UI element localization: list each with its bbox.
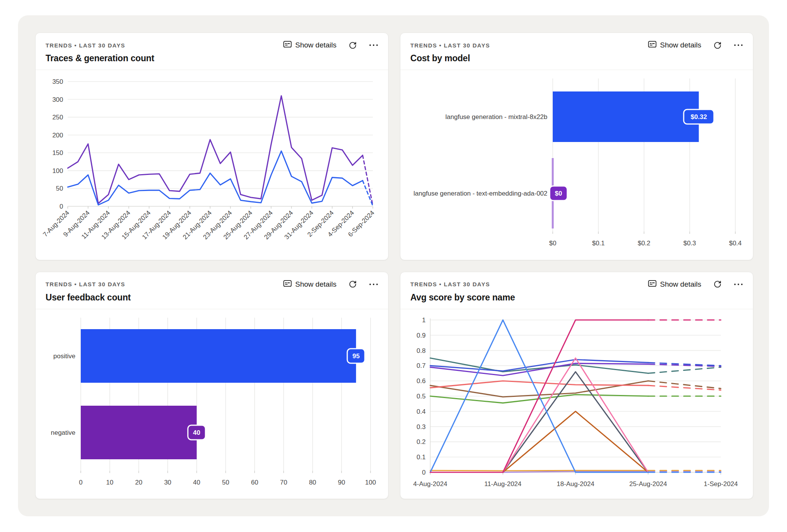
- svg-text:$0.2: $0.2: [638, 240, 650, 247]
- avg-score-line-chart[interactable]: 00.10.20.30.40.50.60.70.80.914-Aug-20241…: [410, 312, 743, 495]
- svg-text:0: 0: [60, 203, 63, 210]
- svg-text:0.5: 0.5: [416, 393, 426, 400]
- show-details-button[interactable]: Show details: [283, 41, 336, 50]
- card-avg-score-by-name: TRENDS • LAST 30 DAYS Show details: [400, 272, 753, 499]
- svg-text:1-Sep-2024: 1-Sep-2024: [704, 480, 738, 488]
- more-options-button[interactable]: [734, 283, 743, 286]
- cost-by-model-chart-svg[interactable]: $0$0.1$0.2$0.3$0.4langfuse generation - …: [410, 73, 743, 253]
- svg-text:$0.1: $0.1: [592, 240, 605, 247]
- svg-text:50: 50: [222, 479, 229, 486]
- svg-text:10: 10: [106, 479, 113, 486]
- card-user-feedback-count: TRENDS • LAST 30 DAYS Show details: [35, 272, 389, 499]
- card-header: TRENDS • LAST 30 DAYS Show details: [36, 280, 388, 309]
- show-details-button[interactable]: Show details: [648, 280, 701, 289]
- svg-text:80: 80: [309, 479, 316, 486]
- svg-text:4-Aug-2024: 4-Aug-2024: [413, 480, 447, 488]
- svg-text:300: 300: [52, 96, 63, 103]
- svg-text:$0.32: $0.32: [691, 113, 707, 121]
- svg-text:70: 70: [280, 479, 287, 486]
- svg-text:0: 0: [422, 469, 426, 476]
- more-options-button[interactable]: [734, 44, 743, 46]
- show-details-label: Show details: [295, 280, 336, 289]
- svg-text:negative: negative: [51, 429, 75, 436]
- svg-text:0.7: 0.7: [416, 362, 426, 369]
- card-title: Cost by model: [410, 53, 743, 64]
- svg-text:$0: $0: [555, 190, 562, 197]
- svg-text:350: 350: [52, 78, 63, 85]
- more-options-button[interactable]: [369, 44, 378, 46]
- svg-text:0.2: 0.2: [416, 438, 426, 446]
- details-icon: [283, 280, 292, 289]
- traces-generation-line-chart[interactable]: 0501001502002503003507-Aug-20249-Aug-202…: [46, 73, 378, 256]
- svg-text:0.9: 0.9: [416, 331, 426, 339]
- user-feedback-bar-chart[interactable]: 0102030405060708090100positive95negative…: [46, 312, 378, 495]
- svg-text:0.4: 0.4: [416, 408, 426, 415]
- svg-text:0.8: 0.8: [416, 347, 426, 354]
- svg-text:20: 20: [135, 479, 142, 486]
- show-details-label: Show details: [295, 41, 336, 49]
- svg-text:0.6: 0.6: [416, 377, 426, 385]
- card-traces-generation-count: TRENDS • LAST 30 DAYS Show details: [35, 33, 389, 260]
- card-title: Traces & generation count: [46, 53, 378, 64]
- details-icon: [283, 41, 292, 50]
- svg-text:25-Aug-2024: 25-Aug-2024: [629, 480, 667, 488]
- svg-text:18-Aug-2024: 18-Aug-2024: [557, 480, 594, 488]
- refresh-button[interactable]: [349, 280, 357, 288]
- show-details-button[interactable]: Show details: [648, 41, 701, 50]
- svg-text:11-Aug-2024: 11-Aug-2024: [484, 480, 521, 488]
- svg-text:40: 40: [193, 429, 200, 436]
- card-eyebrow: TRENDS • LAST 30 DAYS: [410, 42, 490, 49]
- card-eyebrow: TRENDS • LAST 30 DAYS: [46, 42, 125, 49]
- details-icon: [648, 41, 656, 50]
- svg-text:100: 100: [365, 479, 376, 486]
- svg-text:langfuse generation - text-emb: langfuse generation - text-embedding-ada…: [413, 190, 547, 197]
- card-header: TRENDS • LAST 30 DAYS Show details: [400, 41, 753, 70]
- refresh-button[interactable]: [714, 280, 722, 288]
- svg-text:30: 30: [164, 479, 171, 486]
- card-header: TRENDS • LAST 30 DAYS Show details: [36, 41, 388, 70]
- card-eyebrow: TRENDS • LAST 30 DAYS: [46, 281, 125, 287]
- svg-text:250: 250: [52, 114, 63, 121]
- svg-text:90: 90: [338, 479, 345, 486]
- user-feedback-chart-svg[interactable]: 0102030405060708090100positive95negative…: [46, 312, 378, 492]
- refresh-button[interactable]: [714, 41, 722, 49]
- svg-text:0: 0: [79, 479, 82, 486]
- svg-text:langfuse generation - mixtral-: langfuse generation - mixtral-8x22b: [446, 113, 547, 121]
- card-title: User feedback count: [46, 292, 378, 303]
- dashboard-panel: TRENDS • LAST 30 DAYS Show details: [18, 15, 769, 516]
- avg-score-chart-svg[interactable]: 00.10.20.30.40.50.60.70.80.914-Aug-20241…: [410, 312, 743, 492]
- svg-text:150: 150: [52, 149, 63, 157]
- show-details-label: Show details: [660, 41, 701, 49]
- card-header: TRENDS • LAST 30 DAYS Show details: [400, 280, 753, 309]
- svg-text:$0.4: $0.4: [729, 240, 741, 247]
- svg-text:100: 100: [52, 167, 63, 175]
- cost-by-model-bar-chart[interactable]: $0$0.1$0.2$0.3$0.4langfuse generation - …: [410, 73, 743, 256]
- svg-text:40: 40: [193, 479, 200, 486]
- card-title: Avg score by score name: [410, 292, 743, 303]
- svg-text:0.3: 0.3: [416, 423, 426, 430]
- svg-text:60: 60: [251, 479, 258, 486]
- show-details-button[interactable]: Show details: [283, 280, 336, 289]
- card-cost-by-model: TRENDS • LAST 30 DAYS Show details: [400, 33, 753, 260]
- card-eyebrow: TRENDS • LAST 30 DAYS: [410, 281, 490, 287]
- svg-text:200: 200: [52, 132, 63, 139]
- svg-text:50: 50: [56, 185, 63, 192]
- details-icon: [648, 280, 656, 289]
- more-options-button[interactable]: [369, 283, 378, 286]
- refresh-button[interactable]: [349, 41, 357, 49]
- svg-text:95: 95: [353, 352, 360, 360]
- svg-text:$0: $0: [549, 240, 557, 247]
- show-details-label: Show details: [660, 280, 701, 289]
- svg-text:1: 1: [422, 317, 426, 324]
- svg-text:0.1: 0.1: [416, 454, 426, 461]
- traces-generation-chart-svg[interactable]: 0501001502002503003507-Aug-20249-Aug-202…: [46, 73, 378, 253]
- svg-text:$0.3: $0.3: [683, 240, 696, 247]
- svg-text:positive: positive: [53, 352, 75, 360]
